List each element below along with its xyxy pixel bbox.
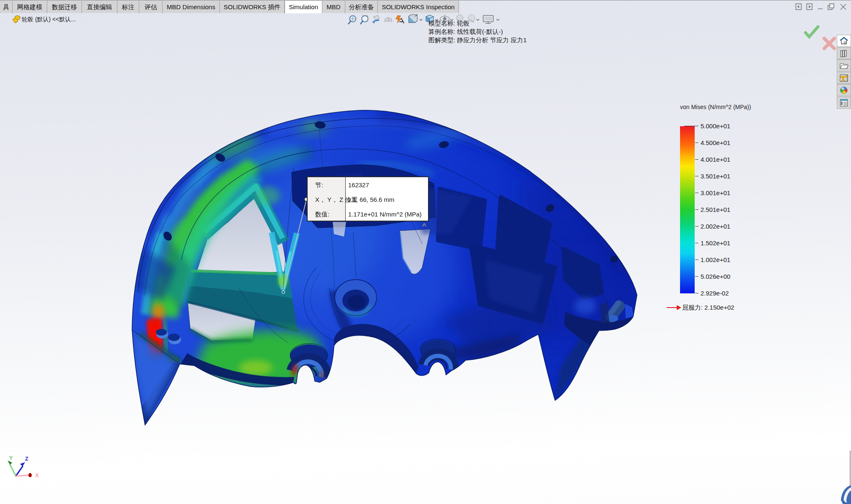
svg-text:Y: Y bbox=[9, 456, 13, 461]
svg-text:Z: Z bbox=[25, 456, 28, 462]
svg-text:X: X bbox=[35, 472, 39, 479]
